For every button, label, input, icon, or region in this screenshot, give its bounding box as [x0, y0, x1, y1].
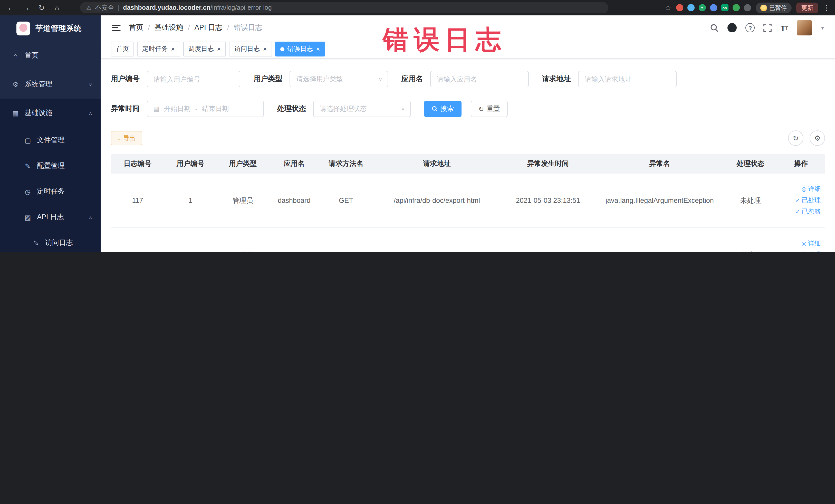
- breadcrumb-current: 错误日志: [233, 23, 262, 32]
- tab[interactable]: 访问日志×: [229, 42, 272, 57]
- column-settings-button[interactable]: ⚙: [810, 130, 825, 146]
- main-area: 错误日志 首页 / 基础设施 / API 日志 / 错误日志: [101, 15, 835, 252]
- column-header: 请求地址: [373, 154, 501, 174]
- search-icon[interactable]: [710, 23, 719, 32]
- tab-label: 访问日志: [234, 45, 260, 54]
- select-placeholder: 请选择处理状态: [320, 104, 367, 114]
- breadcrumb-item[interactable]: 基础设施: [155, 23, 183, 32]
- table-cell: 117: [111, 174, 164, 227]
- warning-icon: ⚠: [86, 4, 91, 11]
- refresh-icon: ↻: [478, 105, 484, 112]
- chevron-down-icon: ∨: [378, 77, 383, 82]
- sidebar-item[interactable]: ▢文件管理: [0, 127, 101, 153]
- menu-collapse-icon[interactable]: [112, 24, 121, 31]
- table-cell: GET: [319, 228, 373, 252]
- sidebar-item[interactable]: ✎访问日志: [0, 230, 101, 252]
- reset-button[interactable]: ↻ 重置: [471, 101, 508, 117]
- row-action-link[interactable]: ✓已忽略: [795, 207, 821, 216]
- app-shell: 芋道管理系统 ⌂首页⚙系统管理∨▦基础设施∧▢文件管理✎配置管理◷定时任务▨AP…: [0, 15, 835, 252]
- date-start-placeholder: 开始日期: [164, 104, 191, 114]
- sidebar-item[interactable]: ✎配置管理: [0, 153, 101, 179]
- app-logo[interactable]: 芋道管理系统: [0, 15, 101, 41]
- chevron-up-icon: ∧: [88, 110, 93, 115]
- table-cell: /api/infra/db-doc/export-html: [373, 174, 501, 227]
- sidebar-item[interactable]: ▨API 日志∧: [0, 204, 101, 230]
- browser-home-icon[interactable]: ⌂: [51, 2, 63, 13]
- security-label: 不安全: [95, 3, 114, 12]
- close-icon[interactable]: ×: [171, 46, 175, 53]
- address-bar[interactable]: ⚠ 不安全 | dashboard.yudao.iocoder.cn/infra…: [80, 2, 608, 13]
- table-cell: 未处理: [725, 228, 777, 252]
- calendar-icon: ▦: [154, 105, 159, 113]
- close-icon[interactable]: ×: [217, 46, 221, 53]
- row-action-link[interactable]: ◎详细: [802, 185, 821, 194]
- process-status-select[interactable]: 请选择处理状态 ∨: [313, 101, 411, 117]
- eye-icon: ◎: [802, 240, 807, 247]
- tab[interactable]: 定时任务×: [137, 42, 180, 57]
- chevron-up-icon: ∧: [88, 215, 93, 220]
- help-icon[interactable]: ?: [746, 23, 755, 32]
- font-size-icon[interactable]: TT: [780, 23, 788, 32]
- infra-icon: ▦: [11, 109, 20, 117]
- browser-chrome: ← → ↻ ⌂ ⚠ 不安全 | dashboard.yudao.iocoder.…: [0, 0, 835, 15]
- breadcrumb-separator: /: [188, 24, 190, 32]
- close-icon[interactable]: ×: [316, 46, 320, 53]
- reload-icon[interactable]: ↻: [36, 2, 47, 13]
- tab[interactable]: 调度日志×: [183, 42, 226, 57]
- table-row: 1171管理员dashboardGET/api/infra/db-doc/exp…: [111, 174, 825, 228]
- bookmark-star-icon[interactable]: ☆: [665, 4, 671, 12]
- update-button[interactable]: 更新: [796, 2, 818, 13]
- sidebar-item[interactable]: ◷定时任务: [0, 179, 101, 204]
- table-header: 日志编号用户编号用户类型应用名请求方法名请求地址异常发生时间异常名处理状态操作: [111, 154, 825, 174]
- github-icon[interactable]: [728, 23, 737, 32]
- extension-leaf-icon[interactable]: [732, 4, 739, 11]
- breadcrumb: 首页 / 基础设施 / API 日志 / 错误日志: [129, 23, 262, 32]
- search-button[interactable]: 搜索: [424, 101, 462, 117]
- export-button[interactable]: ↓ 导出: [111, 131, 142, 145]
- extension-red-icon[interactable]: [676, 4, 683, 11]
- breadcrumb-item[interactable]: API 日志: [195, 23, 223, 32]
- breadcrumb-item[interactable]: 首页: [129, 23, 143, 32]
- table-cell: 116: [111, 228, 164, 252]
- sidebar-item[interactable]: ⌂首页: [0, 41, 101, 70]
- paused-extension-button[interactable]: 已暂停: [755, 2, 792, 13]
- app-name-input[interactable]: [430, 71, 529, 87]
- extension-on-badge-icon[interactable]: on: [721, 4, 728, 11]
- row-action-link[interactable]: ◎详细: [802, 239, 821, 248]
- paused-label: 已暂停: [769, 4, 787, 12]
- row-action-link[interactable]: ✓已处理: [795, 250, 821, 252]
- row-action-link[interactable]: ✓已处理: [795, 196, 821, 205]
- avatar[interactable]: [797, 20, 812, 36]
- column-header: 应用名: [269, 154, 319, 174]
- tab[interactable]: 首页: [111, 42, 134, 57]
- extension-drop-icon[interactable]: [687, 4, 694, 11]
- sidebar-item[interactable]: ⚙系统管理∨: [0, 70, 101, 99]
- exception-time-range[interactable]: ▦ 开始日期 - 结束日期: [147, 101, 264, 117]
- close-icon[interactable]: ×: [263, 46, 267, 53]
- refresh-button[interactable]: ↻: [788, 130, 803, 146]
- extension-grid-icon[interactable]: [710, 4, 717, 11]
- screenshot-root: ← → ↻ ⌂ ⚠ 不安全 | dashboard.yudao.iocoder.…: [0, 0, 835, 252]
- table-cell: GET: [319, 174, 373, 227]
- browser-menu-icon[interactable]: ⋮: [823, 4, 830, 12]
- process-status-label: 处理状态: [277, 104, 306, 114]
- tab-label: 调度日志: [188, 45, 214, 54]
- back-icon[interactable]: ←: [5, 2, 16, 13]
- user-type-select[interactable]: 请选择用户类型 ∨: [289, 71, 388, 87]
- chevron-down-icon[interactable]: ▾: [821, 24, 824, 31]
- column-header: 用户编号: [164, 154, 217, 174]
- sidebar-item[interactable]: ▦基础设施∧: [0, 99, 101, 127]
- extension-paw-icon[interactable]: [744, 4, 751, 11]
- user-id-input[interactable]: [147, 71, 240, 87]
- request-url-input[interactable]: [578, 71, 677, 87]
- column-header: 请求方法名: [319, 154, 373, 174]
- forward-icon[interactable]: →: [21, 2, 32, 13]
- active-tab-dot: [280, 47, 284, 51]
- extension-green-circle-icon[interactable]: Y: [698, 4, 706, 11]
- table-cell: 1: [164, 228, 217, 252]
- header-actions: ? TT ▾: [710, 20, 824, 36]
- row-actions: ◎详细✓已处理✓已忽略: [777, 228, 825, 252]
- tab[interactable]: 错误日志×: [275, 42, 325, 57]
- table-cell: java.lang.IllegalArgumentException: [595, 174, 725, 227]
- fullscreen-icon[interactable]: [763, 24, 772, 32]
